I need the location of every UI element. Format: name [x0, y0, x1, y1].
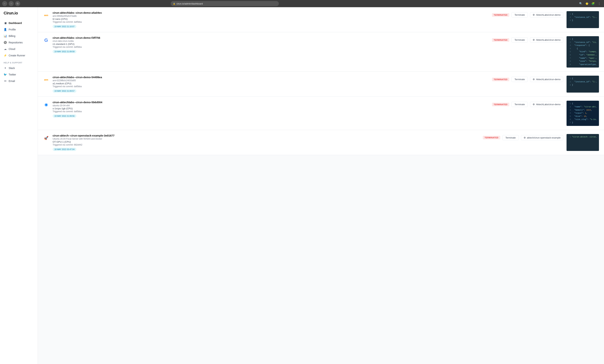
repo-button-2[interactable]: ⚙ AktechLabs/cirun-demo: [530, 37, 563, 42]
github-icon-5: ⚙: [524, 136, 526, 139]
github-icon-2: ⚙: [533, 38, 535, 41]
back-button[interactable]: ←: [2, 1, 7, 6]
terminate-button-4[interactable]: Terminate: [511, 102, 528, 107]
bookmark-button[interactable]: ⭐: [585, 1, 590, 6]
terminate-button-3[interactable]: Terminate: [511, 77, 528, 82]
terminate-button-5[interactable]: Terminate: [503, 135, 519, 140]
sidebar-item-repositories[interactable]: 🔘 Repositories: [0, 39, 38, 46]
code-panel-1: 1{ 2 "instance_id": "i-097b..." 3}: [566, 11, 599, 28]
repo-label-1: AktechLabs/cirun-demo: [536, 13, 561, 16]
runner-info-1: cirun-aktechlabs--cirun-demo-a5a04ec ami…: [53, 11, 489, 28]
runner-type-2: n1-standard-1 (GPU): [53, 43, 489, 45]
runner-actions-5: TERMINATED Terminate ⚙ aktech/cirun-open…: [483, 135, 563, 140]
github-icon-1: ⚙: [533, 13, 535, 16]
runner-actions-4: TERMINATED Terminate ⚙ AktechLabs/cirun-…: [492, 102, 563, 107]
runner-ami-3: ami-0229f8cfc24033d05: [53, 79, 489, 82]
runner-type-4: s-1vcpu-1gb (CPU): [53, 107, 489, 110]
sidebar: Cirun.io 🖥 Dashboard 👤 Profile 📊 Billing…: [0, 7, 38, 364]
repo-button-4[interactable]: ⚙ AktechLabs/cirun-demo: [530, 102, 563, 107]
app-layout: Cirun.io 🖥 Dashboard 👤 Profile 📊 Billing…: [0, 7, 604, 364]
menu-button[interactable]: ⋮: [597, 1, 602, 6]
browser-chrome: ← → ↻ 🔒 cirun.io/admin/dashboard 🔍 ⭐ 🧩 ⋮: [0, 0, 604, 7]
runner-card-2: G cirun-aktechlabs--cirun-demo-f3ff756 c…: [38, 32, 604, 72]
runner-card-5: 🚀 cirun-aktech--cirun-openstack-example-…: [38, 130, 604, 155]
terminate-button-1[interactable]: Terminate: [511, 12, 528, 17]
billing-icon: 📊: [4, 34, 7, 38]
github-icon-3: ⚙: [533, 78, 535, 81]
runner-timestamp-3: 19 MAY 2022 21:09:57: [53, 89, 76, 93]
status-badge-4: TERMINATED: [492, 103, 509, 106]
repo-button-1[interactable]: ⚙ AktechLabs/cirun-demo: [530, 12, 563, 17]
runner-info-3: cirun-aktechlabs--cirun-demo-54499ea ami…: [53, 76, 489, 93]
refresh-button[interactable]: ↻: [15, 1, 20, 6]
sidebar-item-email[interactable]: ✉ Email: [0, 78, 38, 84]
sidebar-label-dashboard: Dashboard: [9, 22, 22, 25]
sidebar-item-create-runner[interactable]: ⚡ Create Runner: [0, 52, 38, 59]
runner-ami-2: cirun-labs:cirun-nvidia: [53, 40, 489, 42]
sidebar-label-cloud: Cloud: [9, 48, 15, 50]
status-badge-5: TERMINATED: [483, 136, 500, 139]
gcp-logo: G: [44, 38, 48, 43]
code-panel-2: 1{ 2 "instance_id": "cirun-..." 3 "respo…: [566, 36, 599, 68]
aws-logo-3: aws: [44, 78, 48, 81]
extensions-button[interactable]: 🧩: [591, 1, 596, 6]
repo-label-4: AktechLabs/cirun-demo: [536, 103, 561, 106]
runner-info-5: cirun-aktech--cirun-openstack-example-3e…: [53, 134, 479, 151]
slack-icon: ✦: [4, 66, 7, 70]
sidebar-item-slack[interactable]: ✦ Slack: [0, 65, 38, 71]
runner-info-4: cirun-aktechlabs--cirun-demo-5b6d004 ubu…: [53, 101, 489, 118]
provider-icon-do-4: ◉: [43, 101, 49, 108]
status-badge-3: TERMINATED: [492, 78, 509, 81]
browser-toolbar: 🔍 ⭐ 🧩 ⋮: [579, 1, 602, 6]
url-bar[interactable]: 🔒 cirun.io/admin/dashboard: [171, 1, 279, 6]
provider-icon-gcp-2: G: [43, 37, 49, 43]
runner-actions-2: TERMINATED Terminate ⚙ AktechLabs/cirun-…: [492, 37, 563, 42]
email-icon: ✉: [4, 79, 7, 83]
repo-label-3: AktechLabs/cirun-demo: [536, 78, 561, 81]
runner-trigger-3: Triggered via commit: daf5bba: [53, 85, 489, 88]
sidebar-label-twitter: Twitter: [9, 73, 16, 76]
runner-type-1: t2.nano (CPU): [53, 18, 489, 20]
sidebar-item-profile[interactable]: 👤 Profile: [0, 26, 38, 33]
sidebar-item-dashboard[interactable]: 🖥 Dashboard: [0, 20, 38, 26]
runner-actions-1: TERMINATED Terminate ⚙ AktechLabs/cirun-…: [492, 12, 563, 17]
sidebar-label-billing: Billing: [9, 35, 15, 38]
repo-label-5: aktech/cirun-openstack-example: [527, 136, 561, 139]
dashboard-icon: 🖥: [4, 21, 7, 25]
runner-ami-1: ami-06fd8a495a537da8b: [53, 15, 489, 17]
help-section-label: HELP & SUPPORT: [0, 59, 38, 65]
sidebar-item-billing[interactable]: 📊 Billing: [0, 33, 38, 39]
sidebar-item-twitter[interactable]: 🐦 Twitter: [0, 71, 38, 78]
provider-icon-openstack-5: 🚀: [43, 135, 49, 141]
sidebar-label-create-runner: Create Runner: [9, 54, 25, 57]
runner-name-5: cirun-aktech--cirun-openstack-example-3e…: [53, 134, 479, 137]
github-icon-4: ⚙: [533, 103, 535, 106]
runner-name-3: cirun-aktechlabs--cirun-demo-54499ea: [53, 76, 489, 79]
runner-name-4: cirun-aktechlabs--cirun-demo-5b6d004: [53, 101, 489, 104]
runner-timestamp-1: 19 MAY 2022 21:10:07: [53, 25, 76, 28]
repo-button-3[interactable]: ⚙ AktechLabs/cirun-demo: [530, 77, 563, 82]
provider-icon-aws-3: aws: [43, 76, 49, 83]
runner-actions-3: TERMINATED Terminate ⚙ AktechLabs/cirun-…: [492, 77, 563, 82]
sidebar-item-cloud[interactable]: ☁ Cloud: [0, 46, 38, 52]
url-text: cirun.io/admin/dashboard: [176, 2, 203, 5]
runner-trigger-5: Triggered via commit: 682d442: [53, 144, 479, 146]
repositories-icon: 🔘: [4, 41, 7, 44]
forward-button[interactable]: →: [9, 1, 14, 6]
code-panel-5: 1"cirun-aktech--cirun-opens...": [566, 134, 599, 151]
provider-icon-aws-1: aws: [43, 12, 49, 18]
search-button[interactable]: 🔍: [579, 1, 583, 6]
twitter-icon: 🐦: [4, 73, 7, 76]
runner-ami-4: ubuntu-20-04-x64: [53, 104, 489, 107]
repo-button-5[interactable]: ⚙ aktech/cirun-openstack-example: [521, 135, 563, 140]
runner-info-2: cirun-aktechlabs--cirun-demo-f3ff756 cir…: [53, 36, 489, 53]
sidebar-label-email: Email: [9, 80, 15, 83]
sidebar-nav: 🖥 Dashboard 👤 Profile 📊 Billing 🔘 Reposi…: [0, 20, 38, 360]
logo: Cirun.io: [0, 11, 38, 20]
main-content: aws cirun-aktechlabs--cirun-demo-a5a04ec…: [38, 7, 604, 364]
terminate-button-2[interactable]: Terminate: [511, 37, 528, 42]
runner-type-5: OT-GPU-1 (CPU): [53, 140, 479, 143]
sidebar-label-profile: Profile: [9, 28, 16, 31]
aws-logo: aws: [44, 14, 48, 17]
profile-icon: 👤: [4, 28, 7, 31]
